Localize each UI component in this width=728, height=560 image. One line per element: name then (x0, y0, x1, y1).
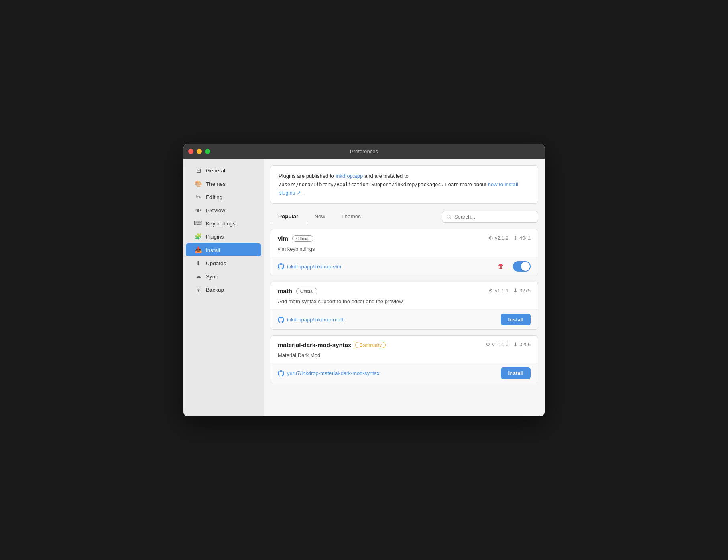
plugin-meta-vim: ⚙ v2.1.2 ⬇ 4041 (488, 235, 531, 241)
toggle-knob-vim (521, 262, 530, 271)
download-icon-math: ⬇ (513, 288, 518, 294)
plugin-description-material-dark-mod-syntax: Material Dark Mod (270, 352, 538, 363)
backup-icon: 🗄 (195, 286, 202, 293)
titlebar: Preferences (183, 144, 545, 159)
plugin-version-item-vim: ⚙ v2.1.2 (488, 235, 508, 241)
plugin-card-material-dark-mod-syntax: material-dark-mod-syntax Community ⚙ v1.… (270, 335, 538, 383)
sidebar-label-install: Install (206, 247, 220, 253)
plugin-downloads-material-dark-mod-syntax: 3256 (519, 342, 531, 347)
plugin-version-math: v1.1.1 (495, 288, 508, 294)
info-banner: Plugins are published to inkdrop.app and… (270, 165, 538, 204)
sidebar-item-left-backup: 🗄 Backup (195, 286, 224, 293)
sidebar-item-install[interactable]: 📥 Install (186, 243, 261, 256)
plugin-version-item-material-dark-mod-syntax: ⚙ v1.11.0 (486, 341, 508, 347)
minimize-button[interactable] (197, 149, 202, 154)
sidebar-label-editing: Editing (206, 194, 222, 200)
gear-icon-material-dark-mod-syntax: ⚙ (486, 341, 490, 347)
inkdrop-app-link[interactable]: inkdrop.app (336, 173, 363, 179)
github-link-vim[interactable]: inkdropapp/inkdrop-vim (278, 263, 341, 270)
sidebar-item-updates[interactable]: ⬇ Updates (186, 257, 261, 270)
github-link-math[interactable]: inkdropapp/inkdrop-math (278, 317, 345, 323)
sync-icon: ☁ (195, 273, 202, 280)
maximize-button[interactable] (205, 149, 210, 154)
plugin-downloads-math: 3275 (519, 288, 531, 294)
plugin-downloads-item-material-dark-mod-syntax: ⬇ 3256 (513, 341, 531, 347)
info-text-end: . (301, 190, 304, 196)
sidebar-item-plugins[interactable]: 🧩 Plugins (186, 230, 261, 243)
github-icon-math (278, 317, 284, 323)
plugin-badge-math: Official (296, 288, 317, 294)
search-icon (446, 214, 452, 220)
traffic-lights (188, 149, 210, 154)
plugin-footer-actions-vim: 🗑 (496, 261, 531, 272)
plugin-downloads-item-math: ⬇ 3275 (513, 288, 531, 294)
plugin-name-vim: vim (278, 235, 288, 242)
install-icon: 📥 (195, 246, 202, 254)
gear-icon-vim: ⚙ (488, 235, 493, 241)
general-icon: 🖥 (195, 167, 202, 174)
updates-icon: ⬇ (195, 260, 202, 267)
close-button[interactable] (188, 149, 193, 154)
plugin-footer-material-dark-mod-syntax: yuru7/inkdrop-material-dark-mod-syntax I… (270, 363, 538, 383)
sidebar-label-updates: Updates (206, 260, 226, 266)
plugin-description-math: Add math syntax support to the editor an… (270, 298, 538, 309)
github-icon-vim (278, 263, 284, 270)
search-input[interactable] (454, 214, 534, 220)
sidebar-item-keybindings[interactable]: ⌨ Keybindings (186, 217, 261, 230)
install-button-material-dark-mod-syntax[interactable]: Install (501, 367, 531, 379)
sidebar-item-sync[interactable]: ☁ Sync (186, 270, 261, 283)
plugin-badge-material-dark-mod-syntax: Community (355, 342, 386, 348)
download-icon-material-dark-mod-syntax: ⬇ (513, 341, 518, 347)
sidebar-item-general[interactable]: 🖥 General (186, 164, 261, 177)
delete-icon-vim[interactable]: 🗑 (496, 261, 506, 272)
sidebar-item-editing[interactable]: ✂ Editing (186, 191, 261, 203)
plugin-version-material-dark-mod-syntax: v1.11.0 (492, 342, 508, 347)
tab-new[interactable]: New (306, 210, 333, 223)
plugin-meta-material-dark-mod-syntax: ⚙ v1.11.0 ⬇ 3256 (486, 341, 531, 347)
sidebar-item-left-editing: ✂ Editing (195, 193, 222, 201)
github-link-text-vim: inkdropapp/inkdrop-vim (287, 264, 341, 270)
github-link-text-material-dark-mod-syntax: yuru7/inkdrop-material-dark-mod-syntax (287, 370, 379, 376)
install-path: /Users/nora/Library/Application Support/… (279, 182, 444, 187)
sidebar-item-left-general: 🖥 General (195, 167, 225, 174)
tab-themes[interactable]: Themes (333, 210, 369, 223)
tab-popular[interactable]: Popular (270, 210, 306, 223)
svg-line-1 (450, 218, 451, 219)
sidebar-item-backup[interactable]: 🗄 Backup (186, 283, 261, 296)
plugin-name-math: math (278, 288, 292, 294)
plugin-name-area-vim: vim Official (278, 235, 313, 242)
plugin-meta-math: ⚙ v1.1.1 ⬇ 3275 (488, 288, 531, 294)
github-link-text-math: inkdropapp/inkdrop-math (287, 317, 345, 323)
preview-icon: 👁 (195, 207, 202, 214)
plugin-downloads-vim: 4041 (519, 235, 531, 241)
github-link-material-dark-mod-syntax[interactable]: yuru7/inkdrop-material-dark-mod-syntax (278, 370, 379, 377)
download-icon-vim: ⬇ (513, 235, 518, 241)
preferences-window: Preferences 🖥 General 🎨 Themes ✂ Editing… (183, 144, 545, 416)
plugin-version-vim: v2.1.2 (495, 235, 508, 241)
sidebar-item-left-themes: 🎨 Themes (195, 180, 226, 187)
sidebar-item-themes[interactable]: 🎨 Themes (186, 177, 261, 190)
editing-icon: ✂ (195, 193, 202, 201)
search-box (442, 211, 538, 223)
plugin-footer-math: inkdropapp/inkdrop-math Install (270, 309, 538, 329)
sidebar-item-preview[interactable]: 👁 Preview (186, 204, 261, 217)
sidebar-item-left-sync: ☁ Sync (195, 273, 218, 280)
plugin-description-vim: vim keybindings (270, 246, 538, 257)
sidebar-item-left-updates: ⬇ Updates (195, 260, 226, 267)
sidebar-item-left-preview: 👁 Preview (195, 207, 225, 214)
sidebar-label-plugins: Plugins (206, 234, 224, 240)
plugin-name-area-material-dark-mod-syntax: material-dark-mod-syntax Community (278, 341, 386, 348)
sidebar: 🖥 General 🎨 Themes ✂ Editing 👁 Preview ⌨… (183, 159, 264, 416)
toggle-vim[interactable] (513, 261, 531, 272)
sidebar-label-preview: Preview (206, 207, 225, 213)
plugins-icon: 🧩 (195, 233, 202, 240)
plugin-header-material-dark-mod-syntax: material-dark-mod-syntax Community ⚙ v1.… (270, 336, 538, 352)
themes-icon: 🎨 (195, 180, 202, 187)
sidebar-item-left-install: 📥 Install (195, 246, 220, 254)
plugin-badge-vim: Official (292, 235, 313, 242)
svg-point-0 (447, 215, 450, 218)
install-button-math[interactable]: Install (501, 314, 531, 325)
plugin-version-item-math: ⚙ v1.1.1 (488, 288, 508, 294)
tabs-search-row: Popular New Themes (270, 210, 538, 223)
sidebar-label-themes: Themes (206, 181, 226, 187)
